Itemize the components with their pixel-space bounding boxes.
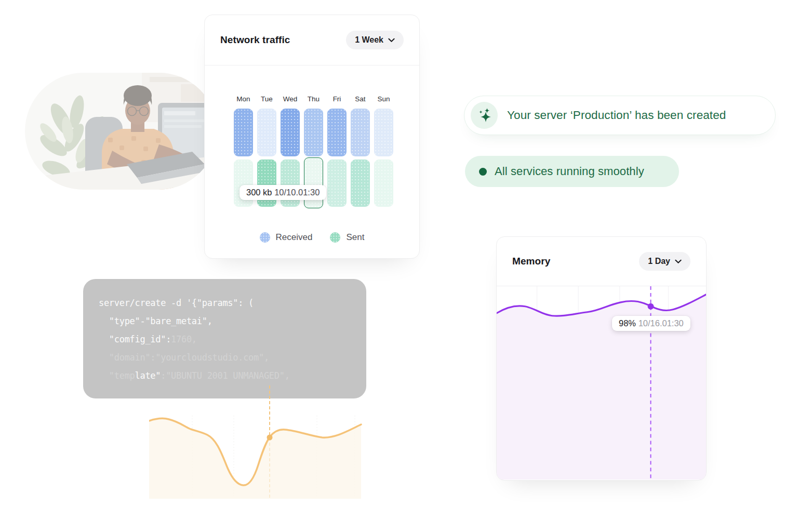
memory-chart-svg (497, 286, 706, 480)
day-label: Thu (308, 95, 320, 104)
sent-bar[interactable] (351, 159, 370, 207)
day-label: Mon (236, 95, 250, 104)
person-photo-illustration (25, 73, 217, 190)
network-range-dropdown[interactable]: 1 Week (346, 31, 404, 49)
day-column: Sun (374, 95, 393, 208)
memory-card: Memory 1 Day 98% 10/16.01: (496, 236, 707, 481)
network-tooltip-value: 300 kb (246, 188, 272, 197)
bottom-chart-svg (149, 413, 362, 499)
code-line: "comfig_id":1760, (99, 330, 351, 349)
chevron-down-icon (388, 38, 395, 43)
legend-received-label: Received (276, 232, 313, 243)
code-line: "template":"UBUNTU 2001 UNMANAGED", (99, 367, 351, 385)
memory-tooltip-time: 10/16.01:30 (639, 318, 684, 328)
received-bar[interactable] (374, 109, 393, 156)
services-status-badge: All services running smoothly (465, 156, 679, 187)
network-legend: Received Sent (205, 232, 419, 243)
memory-card-title: Memory (512, 256, 550, 267)
code-line: "domain":"yourcloudstudio.com", (99, 349, 351, 367)
sent-bar[interactable] (327, 159, 347, 207)
server-created-text: Your server ‘Production’ has been create… (507, 109, 726, 122)
status-dot-icon (479, 168, 487, 176)
legend-item-received: Received (260, 232, 313, 243)
received-bar[interactable] (327, 109, 347, 156)
network-traffic-card: Network traffic 1 Week 300 kb 10/10.01:3… (204, 15, 420, 259)
code-line: server/create -d '{"params": ( (99, 294, 351, 312)
person-photo (25, 73, 217, 190)
day-label: Wed (283, 95, 298, 104)
legend-item-sent: Sent (330, 232, 364, 243)
memory-tooltip: 98% 10/16.01:30 (612, 316, 690, 331)
network-tooltip: 300 kb 10/10.01:30 (240, 185, 326, 200)
day-column: Fri (327, 95, 347, 208)
services-status-text: All services running smoothly (495, 165, 644, 178)
bottom-line-chart (149, 413, 362, 499)
day-label: Fri (333, 95, 341, 104)
memory-marker-dot (648, 303, 654, 310)
received-bar[interactable] (304, 109, 323, 156)
day-label: Tue (261, 95, 273, 104)
network-tooltip-time: 10/10.01:30 (274, 188, 320, 197)
sent-bar[interactable] (374, 159, 393, 207)
network-card-title: Network traffic (220, 34, 290, 46)
received-bar[interactable] (281, 109, 300, 156)
sent-swatch-icon (330, 232, 340, 243)
network-card-header: Network traffic 1 Week (205, 15, 419, 65)
server-created-notification: Your server ‘Production’ has been create… (464, 96, 776, 135)
day-label: Sat (355, 95, 365, 104)
chevron-down-icon (675, 259, 682, 264)
received-bar[interactable] (234, 109, 253, 156)
memory-range-label: 1 Day (648, 257, 670, 266)
network-bar-chart: 300 kb 10/10.01:30 MonTueWedThuFriSatSun (205, 95, 419, 208)
sparkles-icon (471, 102, 498, 129)
sent-bar-selected[interactable] (304, 157, 323, 208)
received-bar[interactable] (257, 109, 276, 156)
memory-card-header: Memory 1 Day (497, 237, 706, 286)
memory-range-dropdown[interactable]: 1 Day (639, 252, 690, 271)
bottom-chart-marker-dot (267, 435, 273, 441)
legend-sent-label: Sent (346, 232, 364, 243)
terminal-code-block: server/create -d '{"params": ( "type"-"b… (83, 279, 366, 398)
network-range-label: 1 Week (355, 35, 383, 45)
memory-tooltip-value: 98% (619, 318, 636, 328)
day-column: Sat (351, 95, 370, 208)
memory-line-chart: 98% 10/16.01:30 (497, 286, 706, 481)
received-swatch-icon (260, 232, 270, 243)
page: Network traffic 1 Week 300 kb 10/10.01:3… (0, 0, 798, 532)
day-label: Sun (377, 95, 390, 104)
received-bar[interactable] (351, 109, 370, 156)
code-line: "type"-"bare_metai", (99, 312, 351, 330)
code-lines: server/create -d '{"params": ( "type"-"b… (99, 294, 351, 385)
